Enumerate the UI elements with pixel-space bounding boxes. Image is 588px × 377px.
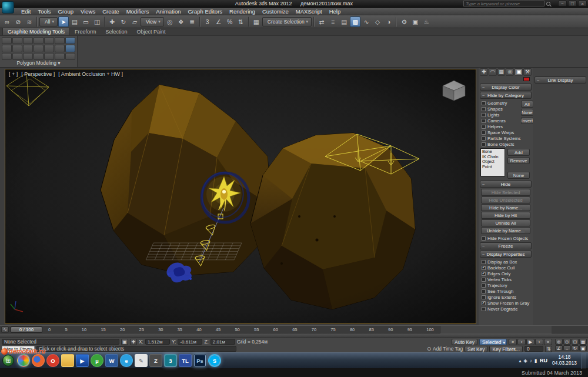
bind-to-space-warp-icon[interactable]: ≋ xyxy=(24,16,35,27)
chrome-icon[interactable] xyxy=(17,354,30,367)
edit-named-selections-icon[interactable]: ▦ xyxy=(251,16,262,27)
perspective-viewport[interactable]: [ + ] [ Perspective ] [ Ambient Occlusio… xyxy=(5,69,476,324)
time-slider-handle[interactable]: 0 / 100 xyxy=(11,326,42,333)
toolbar-icon[interactable] xyxy=(104,16,105,27)
list-button[interactable]: Remove xyxy=(507,157,530,164)
ribbon-tab[interactable]: Selection xyxy=(101,28,132,35)
ribbon-button[interactable] xyxy=(12,45,22,52)
ribbon-button[interactable] xyxy=(44,53,54,60)
network-tray-icon[interactable]: ▮ xyxy=(534,358,537,363)
category-checkbox-row[interactable]: Particle Systems xyxy=(480,135,521,141)
viewport-menu-view[interactable]: [ Perspective ] xyxy=(21,71,55,77)
category-checkbox-row[interactable]: Helpers xyxy=(480,124,521,129)
checkbox[interactable] xyxy=(482,307,486,311)
list-button[interactable]: Add xyxy=(507,149,530,156)
object-types-list[interactable]: BoneIK Chain ObjectPoint xyxy=(480,148,505,176)
zbrush-icon[interactable]: Z xyxy=(149,354,162,367)
ribbon-button[interactable] xyxy=(44,37,54,44)
ribbon-button[interactable] xyxy=(34,45,44,52)
selection-filter-dropdown[interactable]: All xyxy=(39,17,58,26)
z-coordinate-field[interactable]: 2,01м xyxy=(211,339,235,345)
rendered-frame-icon[interactable]: ▣ xyxy=(410,16,420,27)
category-checkbox-row[interactable]: Geometry xyxy=(480,100,521,106)
checkbox[interactable] xyxy=(482,301,486,305)
ribbon-button[interactable] xyxy=(23,53,33,60)
minimize-button[interactable]: − xyxy=(558,1,567,6)
toolbar-icon[interactable] xyxy=(199,16,201,27)
menu-item[interactable]: Modifiers xyxy=(123,8,153,15)
mirror-icon[interactable]: ⇄ xyxy=(316,16,327,27)
zoom-extents-button[interactable]: ⊡ xyxy=(572,339,579,345)
hide-frozen-checkbox-row[interactable]: Hide Frozen Objects xyxy=(480,235,532,241)
select-and-link-icon[interactable]: ∞ xyxy=(2,16,12,27)
ribbon-button[interactable] xyxy=(65,53,75,60)
toolbar-icon[interactable] xyxy=(248,16,249,27)
toolbar-icon[interactable] xyxy=(313,16,315,27)
x-coordinate-field[interactable]: 1,512м xyxy=(145,339,170,345)
ribbon-button[interactable] xyxy=(2,53,12,60)
select-and-rotate-icon[interactable]: ↻ xyxy=(118,16,129,27)
search-icon[interactable] xyxy=(546,2,550,6)
checkbox[interactable] xyxy=(482,101,486,105)
frame-spinner[interactable]: ⇅ xyxy=(545,346,552,352)
ribbon-button[interactable] xyxy=(23,45,33,52)
zoom-button[interactable]: ⊕ xyxy=(555,339,563,345)
checkbox[interactable] xyxy=(482,136,486,141)
rectangular-selection-region-icon[interactable]: ▭ xyxy=(81,16,91,27)
mini-curve-editor-button[interactable]: ∿ xyxy=(1,326,9,333)
auto-key-button[interactable]: Auto Key xyxy=(452,339,477,345)
list-button[interactable]: None xyxy=(507,172,530,179)
ribbon-button[interactable] xyxy=(2,37,12,44)
checkbox[interactable] xyxy=(482,142,486,146)
volume-tray-icon[interactable]: ♪ xyxy=(530,358,532,363)
display-property-row[interactable]: Backface Cull xyxy=(480,265,532,271)
checkbox[interactable] xyxy=(482,125,486,129)
schematic-view-icon[interactable]: ◇ xyxy=(372,16,383,27)
zoom-extents-all-button[interactable]: ▦ xyxy=(579,339,587,345)
checkbox[interactable] xyxy=(482,107,486,111)
category-checkbox-row[interactable]: Bone Objects xyxy=(480,141,521,147)
window-crossing-toggle-icon[interactable]: ◫ xyxy=(92,16,102,27)
angle-snap-icon[interactable]: ∠ xyxy=(213,16,224,27)
select-and-scale-icon[interactable]: ▱ xyxy=(129,16,140,27)
menu-item[interactable]: Edit xyxy=(18,8,34,15)
ribbon-tab[interactable]: Freeform xyxy=(70,28,101,35)
motion-tab[interactable]: ◎ xyxy=(506,68,514,76)
spinner-snap-icon[interactable]: ⇅ xyxy=(236,16,246,27)
percent-snap-icon[interactable]: % xyxy=(225,16,235,27)
next-frame-button[interactable]: › xyxy=(535,339,543,345)
category-checkbox-row[interactable]: Space Warps xyxy=(480,129,521,135)
tray-expand-icon[interactable]: ▴ xyxy=(519,358,522,363)
go-to-end-button[interactable]: » xyxy=(544,339,552,345)
search-input[interactable] xyxy=(463,1,544,6)
checkbox[interactable] xyxy=(482,295,486,299)
maximize-button[interactable]: □ xyxy=(568,1,577,6)
align-icon[interactable]: ≡ xyxy=(328,16,338,27)
hide-button[interactable]: Unhide All xyxy=(481,219,530,226)
display-property-row[interactable]: Never Degrade xyxy=(480,306,532,312)
curve-editor-icon[interactable]: ∿ xyxy=(361,16,372,27)
key-filters-button[interactable]: Key Filters... xyxy=(489,346,523,352)
track-bar-ruler[interactable]: 0510152025303540455055606570758085909510… xyxy=(42,327,440,332)
display-property-row[interactable]: Vertex Ticks xyxy=(480,276,532,282)
display-tab[interactable]: ▣ xyxy=(514,68,523,76)
category-filter-button[interactable]: None xyxy=(521,109,534,116)
menu-item[interactable]: MAXScript xyxy=(292,8,326,15)
clock[interactable]: 14:18 04.03.2013 xyxy=(550,355,579,366)
internet-explorer-icon[interactable]: e xyxy=(120,354,133,367)
paint-icon[interactable]: ✎ xyxy=(135,354,148,367)
ribbon-button[interactable] xyxy=(34,37,44,44)
viewport-menu-shading[interactable]: [ Ambient Occlusion + HW ] xyxy=(58,71,123,77)
select-by-name-icon[interactable]: ▤ xyxy=(69,16,80,27)
named-selection-dropdown[interactable]: Create Selection xyxy=(262,17,312,26)
viewport-menu-plus[interactable]: [ + ] xyxy=(9,71,18,77)
layer-manager-icon[interactable]: ▤ xyxy=(339,16,349,27)
selected-set-dropdown[interactable]: Selected xyxy=(479,339,507,345)
checkbox[interactable] xyxy=(482,260,486,264)
current-frame-field[interactable]: 0 xyxy=(524,346,543,352)
skype-icon[interactable]: S xyxy=(208,354,221,367)
selection-lock-toggle-icon[interactable]: ▣ xyxy=(121,339,128,345)
ribbon-tab[interactable]: Object Paint xyxy=(132,28,170,35)
menu-item[interactable]: Group xyxy=(55,8,77,15)
close-button[interactable]: × xyxy=(578,1,587,6)
